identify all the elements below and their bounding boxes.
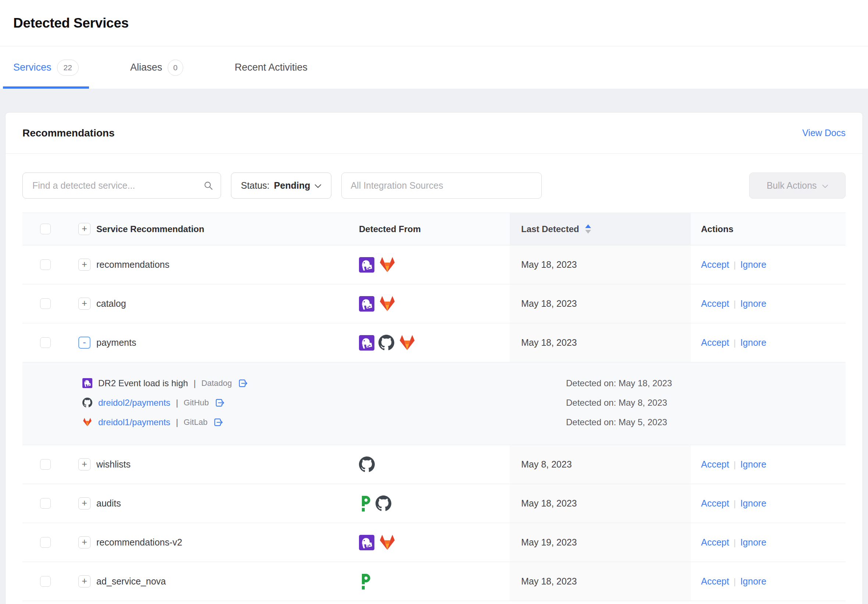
row-checkbox[interactable] [40, 576, 51, 587]
bulk-actions-button[interactable]: Bulk Actions [749, 172, 846, 199]
detected-from-icons [355, 295, 510, 312]
expand-row-button[interactable]: + [78, 575, 90, 587]
bulk-actions-label: Bulk Actions [766, 180, 817, 191]
github-icon [82, 397, 92, 408]
expand-row-button[interactable]: + [78, 497, 90, 509]
card-header: Recommendations View Docs [6, 113, 862, 154]
row-checkbox[interactable] [40, 259, 51, 270]
ignore-link[interactable]: Ignore [740, 337, 766, 348]
action-separator: | [733, 260, 736, 270]
select-all-checkbox[interactable] [40, 224, 51, 234]
ignore-link[interactable]: Ignore [740, 576, 766, 587]
column-header-last-detected[interactable]: Last Detected [521, 224, 591, 234]
tab-recent-activities[interactable]: Recent Activities [224, 47, 318, 89]
row-checkbox[interactable] [40, 498, 51, 509]
detected-from-icons [355, 495, 510, 512]
expand-row-button[interactable]: + [78, 298, 90, 310]
gitlab-icon [82, 417, 92, 427]
table-row: + catalog May 18, 2023 Accept | Ignore [22, 284, 846, 323]
search-input[interactable] [32, 180, 203, 191]
tab-aliases-label: Aliases [130, 62, 162, 73]
action-separator: | [733, 460, 736, 470]
last-detected-date: May 19, 2023 [521, 537, 577, 548]
service-name: wishlists [96, 459, 130, 470]
pagerduty-icon [359, 573, 372, 590]
filter-bar: Status: Pending Bulk Actions [6, 154, 862, 213]
expand-row-button[interactable]: + [78, 458, 90, 470]
detected-from-icons [355, 456, 510, 472]
action-separator: | [733, 576, 736, 587]
page-header: Detected Services [0, 0, 868, 47]
last-detected-date: May 18, 2023 [521, 259, 577, 270]
detail-label[interactable]: dreidol1/payments [98, 417, 170, 427]
expand-all-button[interactable]: + [78, 223, 90, 235]
table-row: + audits May 18, 2023 Accept | Ignore [22, 484, 846, 523]
ignore-link[interactable]: Ignore [740, 459, 766, 470]
last-detected-date: May 18, 2023 [521, 337, 577, 348]
detail-row: DR2 Event load is high | Datadog Detecte… [22, 373, 846, 393]
last-detected-date: May 8, 2023 [521, 459, 572, 470]
table-row: + recommendations May 18, 2023 Accept | … [22, 245, 846, 284]
row-checkbox[interactable] [40, 298, 51, 309]
expand-row-button[interactable]: + [78, 259, 90, 271]
recommendations-card: Recommendations View Docs Status: Pendin… [5, 112, 863, 604]
row-checkbox[interactable] [40, 459, 51, 470]
row-checkbox[interactable] [40, 537, 51, 548]
service-name: recommendations-v2 [96, 537, 182, 548]
row-checkbox[interactable] [40, 337, 51, 348]
sort-desc-icon [585, 230, 591, 234]
github-icon [378, 335, 394, 351]
action-separator: | [733, 299, 736, 309]
datadog-icon [82, 378, 92, 388]
detail-row: dreidol1/payments | GitLab Detected on: … [22, 412, 846, 432]
ignore-link[interactable]: Ignore [740, 498, 766, 509]
ignore-link[interactable]: Ignore [740, 298, 766, 309]
detail-source-icon [82, 378, 92, 388]
collapse-row-button[interactable]: - [78, 337, 90, 349]
column-header-detected-from: Detected From [355, 224, 510, 234]
detail-separator: | [194, 378, 196, 388]
ignore-link[interactable]: Ignore [740, 537, 766, 548]
accept-link[interactable]: Accept [701, 537, 729, 548]
last-detected-date: May 18, 2023 [521, 498, 577, 509]
table-row: + recommendations-v2 May 19, 2023 Accept… [22, 523, 846, 562]
gitlab-icon [378, 256, 396, 273]
accept-link[interactable]: Accept [701, 259, 729, 270]
sort-toggle[interactable] [585, 224, 591, 234]
accept-link[interactable]: Accept [701, 459, 729, 470]
page-body: Recommendations View Docs Status: Pendin… [0, 89, 868, 604]
chevron-down-icon [822, 183, 828, 188]
action-separator: | [733, 338, 736, 348]
detail-source-name: GitLab [183, 418, 208, 427]
last-detected-date: May 18, 2023 [521, 576, 577, 587]
status-filter-button[interactable]: Status: Pending [231, 172, 332, 199]
accept-link[interactable]: Accept [701, 576, 729, 587]
external-link-icon[interactable] [213, 417, 223, 427]
recommendations-table: + Service Recommendation Detected From L… [22, 213, 846, 601]
expand-row-button[interactable]: + [78, 536, 90, 548]
datadog-icon [359, 257, 374, 273]
aliases-count-badge: 0 [168, 60, 183, 76]
accept-link[interactable]: Accept [701, 337, 729, 348]
pagerduty-icon [359, 495, 372, 512]
table-header-row: + Service Recommendation Detected From L… [22, 213, 846, 245]
ignore-link[interactable]: Ignore [740, 259, 766, 270]
page-title: Detected Services [13, 16, 129, 31]
view-docs-link[interactable]: View Docs [802, 127, 846, 138]
accept-link[interactable]: Accept [701, 498, 729, 509]
accept-link[interactable]: Accept [701, 298, 729, 309]
detail-source-name: GitHub [183, 398, 209, 408]
service-name: ad_service_nova [96, 576, 166, 587]
gitlab-icon [378, 295, 396, 312]
detail-label[interactable]: dreidol2/payments [98, 397, 170, 408]
tab-aliases[interactable]: Aliases 0 [120, 47, 194, 89]
external-link-icon[interactable] [237, 378, 248, 388]
integration-sources-input[interactable] [341, 172, 542, 199]
github-icon [375, 495, 391, 511]
external-link-icon[interactable] [214, 397, 225, 408]
search-box[interactable] [22, 172, 221, 199]
column-header-service: Service Recommendation [96, 224, 204, 234]
action-separator: | [733, 537, 736, 548]
tab-services[interactable]: Services 22 [3, 47, 89, 89]
gitlab-icon [398, 334, 416, 351]
